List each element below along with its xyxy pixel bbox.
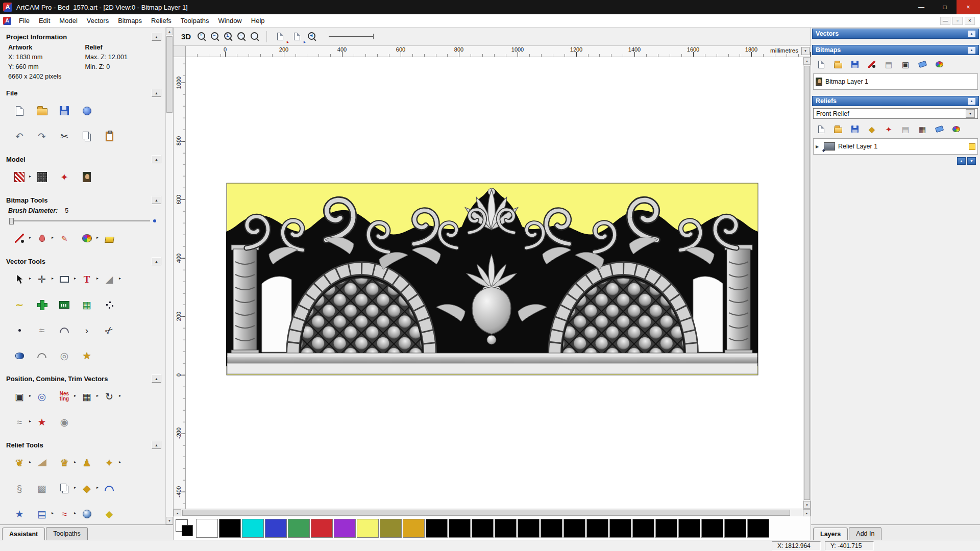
combobox-dropdown-icon[interactable]: ▼ bbox=[966, 109, 975, 118]
menu-toolpaths[interactable]: Toolpaths bbox=[176, 15, 214, 27]
menu-window[interactable]: Window bbox=[214, 15, 247, 27]
set-model-size-icon[interactable]: ▸ bbox=[8, 167, 31, 187]
scroll-up-button[interactable]: ▲ bbox=[803, 57, 811, 65]
cut-icon[interactable]: ✂ bbox=[53, 126, 76, 146]
secondary-colour[interactable] bbox=[182, 525, 193, 536]
create-cross-icon[interactable] bbox=[31, 294, 53, 315]
polyline-icon[interactable]: › bbox=[76, 320, 98, 340]
center-in-page-icon[interactable]: ▣▸ bbox=[8, 386, 31, 407]
relief-from-clipart-icon[interactable]: ✦ bbox=[53, 167, 76, 187]
palette-swatch[interactable] bbox=[449, 519, 471, 538]
palette-swatch[interactable] bbox=[311, 519, 333, 538]
mdi-close-button[interactable]: × bbox=[965, 17, 975, 25]
offset-vectors-icon[interactable]: ◎ bbox=[53, 345, 76, 366]
relief-clipart-library-icon[interactable]: ♟ bbox=[76, 453, 98, 473]
extrude-icon[interactable] bbox=[8, 345, 31, 366]
brush-diameter-slider[interactable] bbox=[9, 217, 156, 224]
collapse-model-button[interactable]: ▲ bbox=[152, 155, 161, 163]
new-relief-layer-icon[interactable] bbox=[814, 122, 828, 136]
flyout-arrow-icon[interactable]: ▸ bbox=[119, 276, 121, 281]
redo-icon[interactable]: ↷ bbox=[31, 126, 53, 146]
collapse-bitmap-tools-button[interactable]: ▲ bbox=[152, 196, 161, 204]
close-button[interactable]: × bbox=[957, 0, 980, 14]
palette-swatch[interactable] bbox=[265, 519, 287, 538]
bitmap-palette-icon[interactable] bbox=[932, 58, 946, 71]
scroll-down-button[interactable]: ▼ bbox=[166, 517, 173, 524]
scroll-down-button[interactable]: ▼ bbox=[803, 501, 811, 509]
create-arc-icon[interactable]: ◢▸ bbox=[98, 269, 120, 289]
palette-swatch[interactable] bbox=[472, 519, 494, 538]
save-bitmap-layer-icon[interactable] bbox=[848, 58, 862, 71]
preview-relief-icon[interactable]: ◂ bbox=[307, 32, 317, 41]
open-model-icon[interactable] bbox=[31, 101, 53, 121]
bitmap-eraser-icon[interactable] bbox=[915, 58, 929, 71]
create-text-block-icon[interactable] bbox=[53, 294, 76, 315]
palette-swatch[interactable] bbox=[518, 519, 540, 538]
scroll-up-button[interactable]: ▲ bbox=[166, 28, 173, 35]
adjust-model-icon[interactable] bbox=[31, 167, 53, 187]
palette-swatch[interactable] bbox=[380, 519, 402, 538]
collapse-bitmaps-button[interactable]: ▲ bbox=[968, 47, 975, 54]
two-rail-sweep-icon[interactable] bbox=[98, 478, 120, 498]
bitmaps-section-header[interactable]: Bitmaps ▲ bbox=[812, 45, 979, 55]
circular-copy-icon[interactable]: ◎ bbox=[31, 386, 53, 407]
new-model-icon[interactable] bbox=[8, 101, 31, 121]
palette-swatch[interactable] bbox=[426, 519, 448, 538]
create-text-icon[interactable]: T▸ bbox=[76, 269, 98, 289]
relief-calculate-icon[interactable]: ▦ bbox=[915, 122, 929, 136]
export-model-icon[interactable] bbox=[76, 101, 98, 121]
canvas-vertical-scrollbar[interactable]: ▲ ▼ bbox=[803, 57, 811, 509]
tab-add-in[interactable]: Add In bbox=[849, 527, 881, 540]
relief-scroll-icon[interactable]: ❦▸ bbox=[8, 453, 31, 473]
relief-eraser-icon[interactable] bbox=[932, 122, 946, 136]
relief-from-vectors-icon[interactable]: ▤▸ bbox=[31, 504, 53, 524]
load-bitmap-image-icon[interactable] bbox=[76, 167, 98, 187]
collapse-file-button[interactable]: ▲ bbox=[152, 89, 161, 97]
palette-swatch[interactable] bbox=[242, 519, 264, 538]
document-icon[interactable] bbox=[3, 17, 11, 25]
texture-relief-icon[interactable]: ✦▸ bbox=[98, 453, 120, 473]
mdi-minimize-button[interactable]: — bbox=[940, 17, 950, 25]
slider-handle[interactable] bbox=[9, 218, 14, 224]
palette-swatch[interactable] bbox=[403, 519, 425, 538]
create-shape-star-icon[interactable]: ★ bbox=[8, 504, 31, 524]
primary-secondary-colour-swatch[interactable] bbox=[175, 518, 193, 538]
tab-assistant[interactable]: Assistant bbox=[2, 528, 45, 540]
relief-delete-icon[interactable]: ✦ bbox=[881, 122, 896, 136]
add-draft-icon[interactable]: ◆ bbox=[98, 504, 120, 524]
collapse-project-info-button[interactable]: ▲ bbox=[152, 33, 161, 41]
bitmap-text-icon[interactable]: ▣ bbox=[898, 58, 913, 71]
zoom-100-icon[interactable]: 1 bbox=[224, 32, 233, 41]
scrollbar-thumb[interactable] bbox=[804, 66, 810, 500]
draw-icon[interactable]: ✎ bbox=[53, 228, 76, 248]
slider-track[interactable] bbox=[14, 220, 150, 221]
menu-edit[interactable]: Edit bbox=[34, 15, 55, 27]
toggle-bitmap-visibility-icon[interactable]: ▸ bbox=[274, 30, 287, 43]
relief-sheet-icon[interactable]: ▤ bbox=[898, 122, 913, 136]
toolbar-slider[interactable] bbox=[329, 36, 374, 37]
mirror-vectors-icon[interactable]: ≈▸ bbox=[8, 412, 31, 432]
collapse-relief-tools-button[interactable]: ▲ bbox=[152, 441, 161, 449]
palette-swatch[interactable] bbox=[357, 519, 379, 538]
palette-swatch[interactable] bbox=[334, 519, 356, 538]
fillet-curve-icon[interactable] bbox=[31, 345, 53, 366]
menu-help[interactable]: Help bbox=[247, 15, 270, 27]
flyout-arrow-icon[interactable]: ▸ bbox=[119, 460, 121, 464]
tab-layers[interactable]: Layers bbox=[813, 528, 848, 540]
transform-vectors-icon[interactable]: ✛▸ bbox=[31, 269, 53, 289]
nesting-icon[interactable]: Nes ting▸ bbox=[53, 386, 76, 407]
texture-sphere-icon[interactable] bbox=[76, 504, 98, 524]
paint-icon[interactable]: ▸ bbox=[8, 228, 31, 248]
bezier-curve-icon[interactable] bbox=[53, 320, 76, 340]
bitmap-layer-row[interactable]: Bitmap Layer 1 bbox=[816, 76, 975, 88]
palette-swatch[interactable] bbox=[655, 519, 677, 538]
mdi-restore-button[interactable]: ▫ bbox=[952, 17, 963, 25]
smooth-relief-icon[interactable] bbox=[31, 453, 53, 473]
palette-swatch[interactable] bbox=[747, 519, 769, 538]
expander-icon[interactable]: ▶ bbox=[816, 144, 821, 149]
collapse-vectors-button[interactable]: ▲ bbox=[968, 31, 975, 37]
open-bitmap-layer-icon[interactable] bbox=[831, 58, 845, 71]
vectors-section-header[interactable]: Vectors ▲ bbox=[812, 29, 979, 39]
ruler-unit-stepper[interactable]: ▼ bbox=[801, 47, 810, 55]
menu-bitmaps[interactable]: Bitmaps bbox=[113, 15, 146, 27]
